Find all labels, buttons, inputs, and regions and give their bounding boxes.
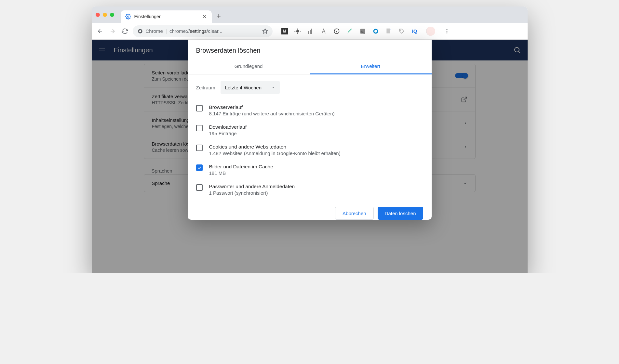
tab-basic[interactable]: Grundlegend (188, 59, 310, 74)
new-tab-button[interactable]: + (214, 12, 223, 21)
cancel-button[interactable]: Abbrechen (335, 207, 374, 220)
extension-eq-icon[interactable] (307, 28, 314, 35)
option-title: Bilder und Dateien im Cache (209, 164, 273, 170)
titlebar: Einstellungen + (92, 6, 528, 23)
dialog-title: Browserdaten löschen (188, 40, 432, 59)
extension-info-icon[interactable] (333, 28, 340, 35)
timerange-row: Zeitraum Letzte 4 Wochen (188, 74, 432, 100)
svg-rect-6 (310, 30, 311, 34)
browser-menu-button[interactable] (442, 28, 451, 34)
back-button[interactable] (96, 27, 105, 36)
dialog-footer: Abbrechen Daten löschen (188, 200, 432, 220)
tab-close-button[interactable] (202, 14, 207, 19)
option-title: Downloadverlauf (209, 124, 247, 130)
clear-option[interactable]: Downloadverlauf195 Einträge (196, 120, 423, 140)
checkbox[interactable] (196, 105, 203, 111)
checkbox[interactable] (196, 164, 203, 171)
svg-point-10 (374, 29, 378, 33)
dialog-tabs: Grundlegend Erweitert (188, 59, 432, 74)
settings-icon (125, 14, 131, 20)
browser-tab[interactable]: Einstellungen (121, 10, 212, 23)
omnibox-scheme: Chrome (146, 28, 163, 34)
option-title: Passwörter und andere Anmeldedaten (209, 184, 295, 189)
svg-point-13 (446, 29, 447, 30)
extension-icons: M IQ (281, 28, 418, 35)
option-sub: 8.147 Einträge (und weitere auf synchron… (209, 111, 335, 116)
extension-circle-icon[interactable] (372, 28, 379, 35)
forward-button[interactable] (108, 27, 117, 36)
clear-option[interactable]: Cookies und andere Websitedaten1.482 Web… (196, 140, 423, 160)
svg-rect-7 (311, 29, 312, 34)
address-bar[interactable]: Chrome | chrome://settings/clear... (133, 25, 273, 37)
option-title: Browserverlauf (209, 104, 335, 110)
extension-m-icon[interactable]: M (281, 28, 288, 35)
traffic-lights (96, 13, 114, 17)
svg-point-0 (127, 16, 129, 18)
timerange-label: Zeitraum (196, 85, 215, 90)
checkbox[interactable] (196, 125, 203, 131)
settings-page: Einstellungen Seiten vorab laden, um das… (92, 40, 528, 273)
clear-option[interactable]: Passwörter und andere Anmeldedaten1 Pass… (196, 180, 423, 200)
clear-data-dialog: Browserdaten löschen Grundlegend Erweite… (188, 40, 432, 220)
extension-image-icon[interactable] (359, 28, 366, 35)
clear-option[interactable]: Browserverlauf8.147 Einträge (und weiter… (196, 100, 423, 120)
svg-point-12 (400, 30, 401, 30)
reload-button[interactable] (120, 27, 129, 36)
extension-iq-icon[interactable]: IQ (411, 28, 418, 35)
timerange-value: Letzte 4 Wochen (225, 85, 262, 90)
omnibox-url: chrome://settings/clear... (169, 28, 222, 34)
svg-point-15 (446, 32, 447, 33)
extension-tag-icon[interactable] (398, 28, 405, 35)
dropdown-arrow-icon (271, 85, 275, 89)
svg-point-2 (139, 30, 141, 32)
svg-marker-3 (262, 29, 267, 33)
tab-advanced[interactable]: Erweitert (310, 59, 432, 74)
bookmark-star-icon[interactable] (262, 28, 268, 34)
tab-title: Einstellungen (134, 14, 199, 19)
close-window-button[interactable] (96, 13, 100, 17)
svg-point-4 (296, 30, 299, 32)
extension-brush-icon[interactable] (346, 28, 353, 35)
confirm-button[interactable]: Daten löschen (378, 207, 423, 220)
checkbox[interactable] (196, 184, 203, 191)
clear-option[interactable]: Bilder und Dateien im Cache181 MB (196, 160, 423, 180)
option-sub: 195 Einträge (209, 131, 247, 136)
maximize-window-button[interactable] (110, 13, 114, 17)
minimize-window-button[interactable] (103, 13, 107, 17)
toolbar: Chrome | chrome://settings/clear... M IQ (92, 23, 528, 40)
extension-lambda-icon[interactable] (320, 28, 327, 35)
option-sub: 181 MB (209, 170, 273, 176)
chrome-icon (137, 28, 143, 34)
browser-window: Einstellungen + Chrome | chrome://settin… (92, 6, 528, 273)
svg-rect-5 (308, 31, 309, 34)
option-title: Cookies und andere Websitedaten (209, 144, 341, 150)
svg-rect-11 (386, 28, 390, 33)
option-sub: 1.482 Websites (Anmeldung in Google-Kont… (209, 150, 341, 156)
checkbox[interactable] (196, 145, 203, 151)
svg-point-14 (446, 31, 447, 32)
extension-bug-icon[interactable] (294, 28, 301, 35)
option-sub: 1 Passwort (synchronisiert) (209, 190, 295, 196)
timerange-dropdown[interactable]: Letzte 4 Wochen (221, 81, 280, 94)
clear-options: Browserverlauf8.147 Einträge (und weiter… (188, 100, 432, 200)
profile-avatar[interactable] (426, 27, 435, 36)
extension-note-icon[interactable] (385, 28, 392, 35)
